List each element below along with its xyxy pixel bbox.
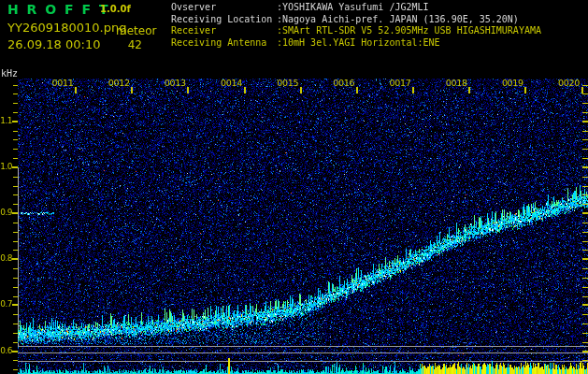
datetime-label: 26.09.18 00:10	[7, 37, 101, 51]
freq-tick-label: 0.7	[0, 299, 12, 309]
observation-row-label: Receiver	[171, 25, 277, 37]
freq-unit-label: kHz	[1, 68, 18, 79]
time-tick-label: 0011	[50, 78, 74, 88]
freq-tick-label: 0.9	[0, 208, 12, 217]
time-tick-label: 0012	[106, 78, 130, 88]
observation-row: Receiver:SMArt RTL-SDR V5 52.905MHz USB …	[171, 25, 541, 37]
mode-label: meteor	[116, 24, 156, 37]
time-tick-label: 0018	[443, 78, 467, 88]
observation-row: Ovserver:YOSHIKAWA Yasufumi /JG2MLI	[171, 2, 541, 14]
freq-tick-label: 1.0	[0, 162, 12, 171]
freq-tick-label: 0.6	[0, 346, 12, 355]
freq-tick-label: 1.1	[0, 116, 12, 125]
observation-row-value: :SMArt RTL-SDR V5 52.905MHz USB HIGASHIM…	[277, 25, 541, 36]
observation-row: Receiving Location:Nagoya Aichi-pref. JA…	[171, 14, 541, 26]
freq-tick-label: 0.8	[0, 253, 12, 263]
spectrogram-canvas	[0, 0, 588, 374]
output-filename: YY2609180010.png	[7, 21, 126, 35]
observation-row-label: Receiving Location	[171, 14, 277, 26]
time-tick-label: 0017	[387, 78, 411, 88]
observation-row-label: Ovserver	[171, 2, 277, 14]
observation-row-value: :10mH 3el.YAGI Horizontal:ENE	[277, 37, 440, 48]
time-tick-label: 0014	[218, 78, 242, 88]
hrofft-output-window: H R O F F T 1.0.0f YY2609180010.png mete…	[0, 0, 588, 374]
app-version: 1.0.0f	[100, 4, 131, 14]
observation-row-label: Receiving Antenna	[171, 37, 277, 50]
observation-row-value: :Nagoya Aichi-pref. JAPAN (136.90E, 35.2…	[277, 14, 519, 24]
time-tick-label: 0020	[555, 78, 580, 88]
time-tick-label: 0016	[330, 78, 354, 88]
observation-header: Ovserver:YOSHIKAWA Yasufumi /JG2MLIRecei…	[171, 2, 541, 49]
time-tick-label: 0015	[274, 78, 298, 88]
observation-row: Receiving Antenna:10mH 3el.YAGI Horizont…	[171, 37, 541, 50]
app-title: H R O F F T	[7, 2, 109, 17]
observation-row-value: :YOSHIKAWA Yasufumi /JG2MLI	[277, 2, 429, 12]
time-tick-label: 0019	[499, 78, 523, 88]
meteor-count: 42	[120, 38, 142, 51]
time-tick-label: 0013	[162, 78, 186, 88]
